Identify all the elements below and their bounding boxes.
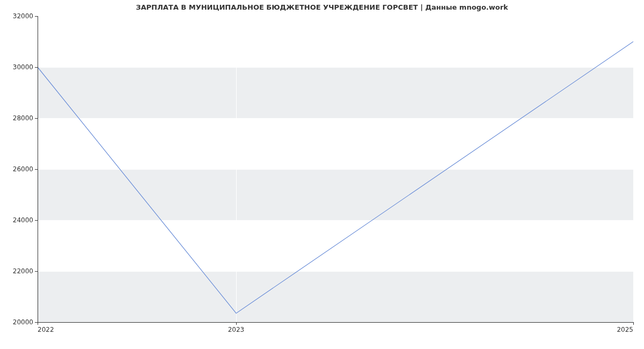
x-tick-label: 2022	[38, 326, 54, 333]
y-tick-label: 24000	[13, 216, 33, 224]
y-tick-label: 30000	[13, 63, 33, 71]
chart-title: ЗАРПЛАТА В МУНИЦИПАЛЬНОЕ БЮДЖЕТНОЕ УЧРЕЖ…	[0, 3, 644, 11]
y-tick-label: 22000	[13, 267, 33, 275]
x-tick-label: 2023	[228, 326, 245, 333]
grid-band	[38, 271, 633, 322]
y-tick-label: 32000	[13, 12, 33, 20]
chart-container: ЗАРПЛАТА В МУНИЦИПАЛЬНОЕ БЮДЖЕТНОЕ УЧРЕЖ…	[0, 0, 644, 349]
x-tick-label: 2025	[617, 326, 633, 333]
chart-svg: 2000022000240002600028000300003200020222…	[0, 0, 644, 349]
grid-band	[38, 169, 633, 220]
y-tick-label: 20000	[13, 318, 33, 326]
y-tick-label: 26000	[13, 165, 33, 173]
grid-band	[38, 67, 633, 118]
y-tick-label: 28000	[13, 114, 33, 122]
